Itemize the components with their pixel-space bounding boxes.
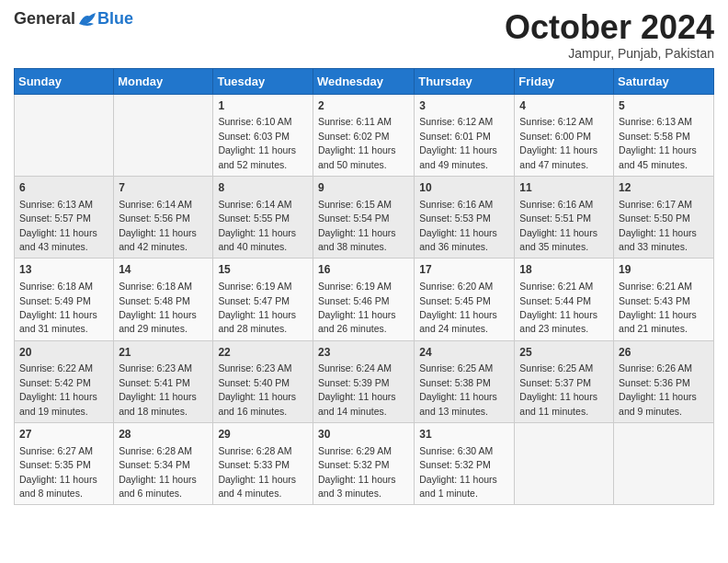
calendar-cell: 3Sunrise: 6:12 AM Sunset: 6:01 PM Daylig… [415, 94, 515, 176]
day-info: Sunrise: 6:18 AM Sunset: 5:48 PM Dayligh… [119, 281, 199, 334]
day-header-thursday: Thursday [415, 68, 515, 94]
calendar-cell: 13Sunrise: 6:18 AM Sunset: 5:49 PM Dayli… [15, 259, 114, 340]
calendar-cell: 9Sunrise: 6:15 AM Sunset: 5:54 PM Daylig… [313, 176, 414, 258]
calendar-week-row: 6Sunrise: 6:13 AM Sunset: 5:57 PM Daylig… [15, 176, 714, 258]
day-number: 4 [519, 98, 609, 114]
day-number: 31 [419, 427, 509, 442]
logo-blue-text: Blue [97, 9, 133, 29]
calendar-cell: 1Sunrise: 6:10 AM Sunset: 6:03 PM Daylig… [213, 94, 313, 176]
day-number: 8 [218, 180, 308, 196]
calendar-week-row: 1Sunrise: 6:10 AM Sunset: 6:03 PM Daylig… [15, 94, 714, 176]
day-header-wednesday: Wednesday [313, 68, 414, 94]
location-subtitle: Jampur, Punjab, Pakistan [505, 46, 714, 61]
header: General Blue October 2024 Jampur, Punjab… [14, 9, 714, 61]
day-info: Sunrise: 6:21 AM Sunset: 5:44 PM Dayligh… [519, 281, 600, 334]
calendar-cell: 26Sunrise: 6:26 AM Sunset: 5:36 PM Dayli… [614, 340, 714, 422]
day-number: 13 [19, 262, 108, 278]
day-number: 19 [619, 262, 709, 278]
calendar-cell: 7Sunrise: 6:14 AM Sunset: 5:56 PM Daylig… [114, 176, 213, 258]
day-info: Sunrise: 6:25 AM Sunset: 5:38 PM Dayligh… [419, 362, 500, 416]
day-info: Sunrise: 6:30 AM Sunset: 5:32 PM Dayligh… [419, 445, 500, 499]
calendar-cell: 22Sunrise: 6:23 AM Sunset: 5:40 PM Dayli… [213, 340, 313, 422]
day-number: 3 [419, 98, 509, 114]
day-number: 12 [619, 180, 709, 196]
day-number: 20 [19, 345, 108, 361]
day-info: Sunrise: 6:16 AM Sunset: 5:53 PM Dayligh… [419, 199, 500, 252]
day-number: 7 [119, 180, 208, 196]
day-header-tuesday: Tuesday [213, 68, 313, 94]
logo-general-text: General [14, 9, 75, 29]
day-number: 29 [218, 427, 308, 442]
day-number: 30 [318, 427, 409, 442]
calendar-cell [614, 423, 714, 505]
title-area: October 2024 Jampur, Punjab, Pakistan [505, 9, 714, 61]
calendar-cell: 31Sunrise: 6:30 AM Sunset: 5:32 PM Dayli… [415, 423, 515, 505]
day-number: 28 [119, 427, 208, 442]
day-info: Sunrise: 6:21 AM Sunset: 5:43 PM Dayligh… [619, 281, 700, 334]
day-info: Sunrise: 6:26 AM Sunset: 5:36 PM Dayligh… [619, 362, 700, 416]
calendar-table: SundayMondayTuesdayWednesdayThursdayFrid… [14, 68, 714, 506]
day-info: Sunrise: 6:22 AM Sunset: 5:42 PM Dayligh… [19, 362, 100, 416]
calendar-cell: 15Sunrise: 6:19 AM Sunset: 5:47 PM Dayli… [213, 259, 313, 340]
calendar-cell: 4Sunrise: 6:12 AM Sunset: 6:00 PM Daylig… [515, 94, 614, 176]
day-info: Sunrise: 6:14 AM Sunset: 5:56 PM Dayligh… [119, 199, 199, 252]
day-number: 23 [318, 345, 409, 361]
calendar-cell: 10Sunrise: 6:16 AM Sunset: 5:53 PM Dayli… [415, 176, 515, 258]
calendar-cell: 16Sunrise: 6:19 AM Sunset: 5:46 PM Dayli… [313, 259, 414, 340]
day-number: 17 [419, 262, 509, 278]
day-number: 25 [519, 345, 609, 361]
day-number: 10 [419, 180, 509, 196]
day-number: 1 [218, 98, 308, 114]
day-number: 5 [619, 98, 709, 114]
day-number: 9 [318, 180, 409, 196]
calendar-cell: 29Sunrise: 6:28 AM Sunset: 5:33 PM Dayli… [213, 423, 313, 505]
day-info: Sunrise: 6:19 AM Sunset: 5:47 PM Dayligh… [218, 281, 299, 334]
day-info: Sunrise: 6:15 AM Sunset: 5:54 PM Dayligh… [318, 199, 399, 252]
day-info: Sunrise: 6:29 AM Sunset: 5:32 PM Dayligh… [318, 445, 399, 499]
calendar-week-row: 13Sunrise: 6:18 AM Sunset: 5:49 PM Dayli… [15, 259, 714, 340]
day-info: Sunrise: 6:25 AM Sunset: 5:37 PM Dayligh… [519, 362, 600, 416]
calendar-week-row: 27Sunrise: 6:27 AM Sunset: 5:35 PM Dayli… [15, 423, 714, 505]
calendar-cell: 21Sunrise: 6:23 AM Sunset: 5:41 PM Dayli… [114, 340, 213, 422]
day-info: Sunrise: 6:27 AM Sunset: 5:35 PM Dayligh… [19, 445, 100, 499]
day-info: Sunrise: 6:19 AM Sunset: 5:46 PM Dayligh… [318, 281, 399, 334]
day-info: Sunrise: 6:13 AM Sunset: 5:57 PM Dayligh… [19, 199, 100, 252]
day-info: Sunrise: 6:18 AM Sunset: 5:49 PM Dayligh… [19, 281, 100, 334]
day-info: Sunrise: 6:17 AM Sunset: 5:50 PM Dayligh… [619, 199, 700, 252]
day-number: 18 [519, 262, 609, 278]
day-info: Sunrise: 6:11 AM Sunset: 6:02 PM Dayligh… [318, 116, 399, 169]
day-info: Sunrise: 6:24 AM Sunset: 5:39 PM Dayligh… [318, 362, 399, 416]
calendar-cell: 20Sunrise: 6:22 AM Sunset: 5:42 PM Dayli… [15, 340, 114, 422]
day-header-saturday: Saturday [614, 68, 714, 94]
day-header-friday: Friday [515, 68, 614, 94]
day-info: Sunrise: 6:12 AM Sunset: 6:00 PM Dayligh… [519, 116, 600, 169]
day-number: 2 [318, 98, 409, 114]
calendar-cell: 28Sunrise: 6:28 AM Sunset: 5:34 PM Dayli… [114, 423, 213, 505]
day-number: 16 [318, 262, 409, 278]
day-info: Sunrise: 6:10 AM Sunset: 6:03 PM Dayligh… [218, 116, 299, 169]
day-info: Sunrise: 6:20 AM Sunset: 5:45 PM Dayligh… [419, 281, 500, 334]
day-info: Sunrise: 6:12 AM Sunset: 6:01 PM Dayligh… [419, 116, 500, 169]
calendar-header-row: SundayMondayTuesdayWednesdayThursdayFrid… [15, 68, 714, 94]
calendar-cell: 12Sunrise: 6:17 AM Sunset: 5:50 PM Dayli… [614, 176, 714, 258]
day-number: 27 [19, 427, 108, 442]
day-info: Sunrise: 6:14 AM Sunset: 5:55 PM Dayligh… [218, 199, 299, 252]
calendar-cell: 25Sunrise: 6:25 AM Sunset: 5:37 PM Dayli… [515, 340, 614, 422]
calendar-cell: 23Sunrise: 6:24 AM Sunset: 5:39 PM Dayli… [313, 340, 414, 422]
day-number: 11 [519, 180, 609, 196]
day-header-monday: Monday [114, 68, 213, 94]
calendar-cell: 11Sunrise: 6:16 AM Sunset: 5:51 PM Dayli… [515, 176, 614, 258]
calendar-cell: 24Sunrise: 6:25 AM Sunset: 5:38 PM Dayli… [415, 340, 515, 422]
logo: General Blue [14, 9, 133, 29]
day-info: Sunrise: 6:23 AM Sunset: 5:40 PM Dayligh… [218, 362, 299, 416]
day-number: 26 [619, 345, 709, 361]
day-info: Sunrise: 6:23 AM Sunset: 5:41 PM Dayligh… [119, 362, 199, 416]
calendar-cell: 19Sunrise: 6:21 AM Sunset: 5:43 PM Dayli… [614, 259, 714, 340]
calendar-cell: 17Sunrise: 6:20 AM Sunset: 5:45 PM Dayli… [415, 259, 515, 340]
calendar-cell: 2Sunrise: 6:11 AM Sunset: 6:02 PM Daylig… [313, 94, 414, 176]
calendar-cell: 8Sunrise: 6:14 AM Sunset: 5:55 PM Daylig… [213, 176, 313, 258]
day-info: Sunrise: 6:16 AM Sunset: 5:51 PM Dayligh… [519, 199, 600, 252]
day-number: 6 [19, 180, 108, 196]
day-number: 14 [119, 262, 208, 278]
day-info: Sunrise: 6:28 AM Sunset: 5:34 PM Dayligh… [119, 445, 199, 499]
